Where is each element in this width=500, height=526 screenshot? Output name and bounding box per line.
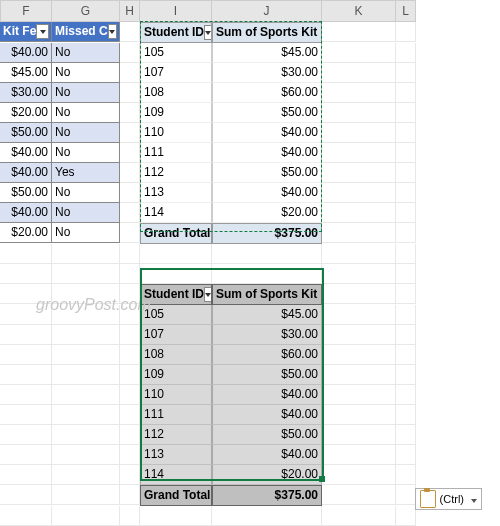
cell[interactable] xyxy=(52,465,120,485)
cell[interactable] xyxy=(322,405,396,425)
pivot-cell-sum[interactable]: $45.00 xyxy=(212,43,322,63)
cell[interactable] xyxy=(322,465,396,485)
pivot-header-sum[interactable]: Sum of Sports Kit Fee xyxy=(212,22,322,43)
cell[interactable] xyxy=(396,183,416,203)
pivot-cell-sum[interactable]: $20.00 xyxy=(212,203,322,223)
column-header[interactable]: H xyxy=(120,0,140,22)
cell[interactable] xyxy=(396,385,416,405)
cell[interactable] xyxy=(120,325,140,345)
cell[interactable] xyxy=(0,445,52,465)
cell[interactable] xyxy=(322,183,396,203)
cell[interactable] xyxy=(120,203,140,223)
cell[interactable] xyxy=(322,445,396,465)
cell[interactable] xyxy=(140,244,212,264)
table-cell-fee[interactable]: $50.00 xyxy=(0,123,52,143)
table-header-kit-fee[interactable]: Kit Fe xyxy=(0,22,52,42)
cell[interactable] xyxy=(52,284,120,304)
cell[interactable] xyxy=(322,63,396,83)
cell[interactable] xyxy=(120,405,140,425)
cell[interactable] xyxy=(120,163,140,183)
cell[interactable] xyxy=(212,244,322,264)
cell[interactable] xyxy=(0,425,52,445)
cell[interactable] xyxy=(396,284,416,304)
table-cell-fee[interactable]: $20.00 xyxy=(0,103,52,123)
cell[interactable] xyxy=(322,506,396,526)
cell[interactable] xyxy=(322,203,396,223)
cell[interactable] xyxy=(322,83,396,103)
cell[interactable] xyxy=(120,485,140,505)
column-header[interactable]: G xyxy=(52,0,120,22)
pivot-cell-sum[interactable]: $30.00 xyxy=(212,63,322,83)
cell[interactable] xyxy=(396,365,416,385)
table-cell-missed[interactable]: No xyxy=(52,103,120,123)
table-cell-fee[interactable]: $40.00 xyxy=(0,203,52,223)
cell[interactable] xyxy=(212,264,322,284)
filter-button[interactable] xyxy=(108,24,117,39)
cell[interactable] xyxy=(396,445,416,465)
column-header[interactable]: J xyxy=(212,0,322,22)
cell[interactable] xyxy=(120,305,140,325)
pivot-cell-sum[interactable]: $50.00 xyxy=(212,163,322,183)
table-cell-missed[interactable]: No xyxy=(52,43,120,63)
pivot-cell-sum[interactable]: $40.00 xyxy=(212,183,322,203)
column-header[interactable]: L xyxy=(396,0,416,22)
cell[interactable] xyxy=(120,244,140,264)
cell[interactable] xyxy=(0,506,52,526)
pivot-cell-id[interactable]: 107 xyxy=(140,63,212,83)
pasted-cell-id[interactable]: 107 xyxy=(140,325,212,345)
pivot-cell-id[interactable]: 108 xyxy=(140,83,212,103)
cell[interactable] xyxy=(396,325,416,345)
cell[interactable] xyxy=(396,405,416,425)
cell[interactable] xyxy=(322,485,396,505)
pivot-cell-id[interactable]: 111 xyxy=(140,143,212,163)
cell[interactable] xyxy=(120,445,140,465)
pivot-cell-id[interactable]: 114 xyxy=(140,203,212,223)
table-cell-fee[interactable]: $40.00 xyxy=(0,143,52,163)
cell[interactable] xyxy=(52,305,120,325)
table-cell-missed[interactable]: No xyxy=(52,203,120,223)
cell[interactable] xyxy=(120,143,140,163)
filter-button[interactable] xyxy=(204,287,212,302)
cell[interactable] xyxy=(120,83,140,103)
cell[interactable] xyxy=(52,325,120,345)
cell[interactable] xyxy=(52,445,120,465)
pasted-header-student-id[interactable]: Student ID xyxy=(140,284,212,305)
cell[interactable] xyxy=(396,244,416,264)
cell[interactable] xyxy=(322,103,396,123)
cell[interactable] xyxy=(120,103,140,123)
table-cell-fee[interactable]: $20.00 xyxy=(0,223,52,243)
pivot-cell-id[interactable]: 112 xyxy=(140,163,212,183)
cell[interactable] xyxy=(120,183,140,203)
cell[interactable] xyxy=(322,385,396,405)
cell[interactable] xyxy=(322,223,396,243)
cell[interactable] xyxy=(120,345,140,365)
cell[interactable] xyxy=(322,163,396,183)
cell[interactable] xyxy=(120,284,140,304)
cell[interactable] xyxy=(0,365,52,385)
table-cell-fee[interactable]: $40.00 xyxy=(0,43,52,63)
column-header[interactable]: K xyxy=(322,0,396,22)
pasted-cell-id[interactable]: 111 xyxy=(140,405,212,425)
cell[interactable] xyxy=(322,425,396,445)
cell[interactable] xyxy=(0,385,52,405)
cell[interactable] xyxy=(140,264,212,284)
cell[interactable] xyxy=(396,264,416,284)
pasted-cell-sum[interactable]: $20.00 xyxy=(212,465,322,485)
cell[interactable] xyxy=(396,63,416,83)
table-cell-missed[interactable]: No xyxy=(52,123,120,143)
pasted-cell-sum[interactable]: $30.00 xyxy=(212,325,322,345)
cell[interactable] xyxy=(140,506,212,526)
cell[interactable] xyxy=(52,244,120,264)
pivot-cell-sum[interactable]: $60.00 xyxy=(212,83,322,103)
cell[interactable] xyxy=(396,203,416,223)
cell[interactable] xyxy=(52,365,120,385)
cell[interactable] xyxy=(322,284,396,304)
pivot-cell-id[interactable]: 113 xyxy=(140,183,212,203)
cell[interactable] xyxy=(396,43,416,63)
cell[interactable] xyxy=(0,264,52,284)
table-cell-missed[interactable]: No xyxy=(52,143,120,163)
table-cell-missed[interactable]: Yes xyxy=(52,163,120,183)
cell[interactable] xyxy=(52,385,120,405)
cell[interactable] xyxy=(396,345,416,365)
cell[interactable] xyxy=(0,325,52,345)
